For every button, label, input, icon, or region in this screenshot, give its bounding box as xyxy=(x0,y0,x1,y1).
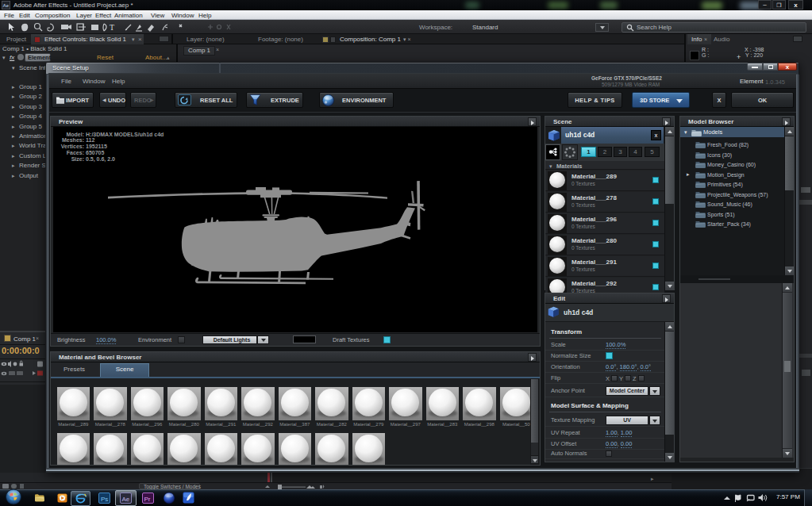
svg-text:Ae: Ae xyxy=(122,495,130,502)
svg-text:T: T xyxy=(110,23,114,32)
svg-text:Pr: Pr xyxy=(144,496,151,503)
svg-text:Ps: Ps xyxy=(101,496,108,503)
